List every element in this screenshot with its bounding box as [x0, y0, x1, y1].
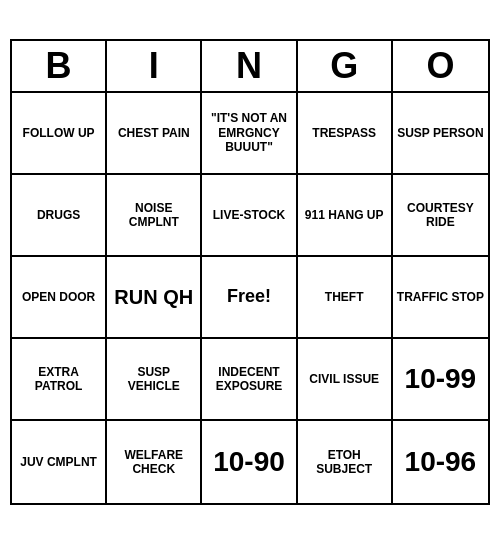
- bingo-cell-22: 10-90: [202, 421, 297, 503]
- bingo-cell-18: CIVIL ISSUE: [298, 339, 393, 421]
- bingo-cell-15: EXTRA PATROL: [12, 339, 107, 421]
- bingo-cell-4: SUSP PERSON: [393, 93, 488, 175]
- bingo-cell-3: TRESPASS: [298, 93, 393, 175]
- bingo-cell-9: COURTESY RIDE: [393, 175, 488, 257]
- bingo-cell-2: "IT'S NOT AN EMRGNCY BUUUT": [202, 93, 297, 175]
- bingo-cell-10: OPEN DOOR: [12, 257, 107, 339]
- bingo-letter-o: O: [393, 41, 488, 91]
- bingo-cell-21: WELFARE CHECK: [107, 421, 202, 503]
- bingo-cell-1: CHEST PAIN: [107, 93, 202, 175]
- bingo-cell-12: Free!: [202, 257, 297, 339]
- bingo-cell-5: DRUGS: [12, 175, 107, 257]
- bingo-cell-0: FOLLOW UP: [12, 93, 107, 175]
- bingo-cell-20: JUV CMPLNT: [12, 421, 107, 503]
- bingo-cell-6: NOISE CMPLNT: [107, 175, 202, 257]
- bingo-cell-8: 911 HANG UP: [298, 175, 393, 257]
- bingo-cell-14: TRAFFIC STOP: [393, 257, 488, 339]
- bingo-cell-7: LIVE-STOCK: [202, 175, 297, 257]
- bingo-card: BINGO FOLLOW UPCHEST PAIN"IT'S NOT AN EM…: [10, 39, 490, 505]
- bingo-cell-17: INDECENT EXPOSURE: [202, 339, 297, 421]
- bingo-cell-19: 10-99: [393, 339, 488, 421]
- bingo-cell-24: 10-96: [393, 421, 488, 503]
- bingo-letter-i: I: [107, 41, 202, 91]
- bingo-cell-16: SUSP VEHICLE: [107, 339, 202, 421]
- bingo-grid: FOLLOW UPCHEST PAIN"IT'S NOT AN EMRGNCY …: [12, 93, 488, 503]
- bingo-letter-g: G: [298, 41, 393, 91]
- bingo-cell-13: THEFT: [298, 257, 393, 339]
- bingo-cell-23: ETOH SUBJECT: [298, 421, 393, 503]
- bingo-header: BINGO: [12, 41, 488, 93]
- bingo-cell-11: RUN QH: [107, 257, 202, 339]
- bingo-letter-b: B: [12, 41, 107, 91]
- bingo-letter-n: N: [202, 41, 297, 91]
